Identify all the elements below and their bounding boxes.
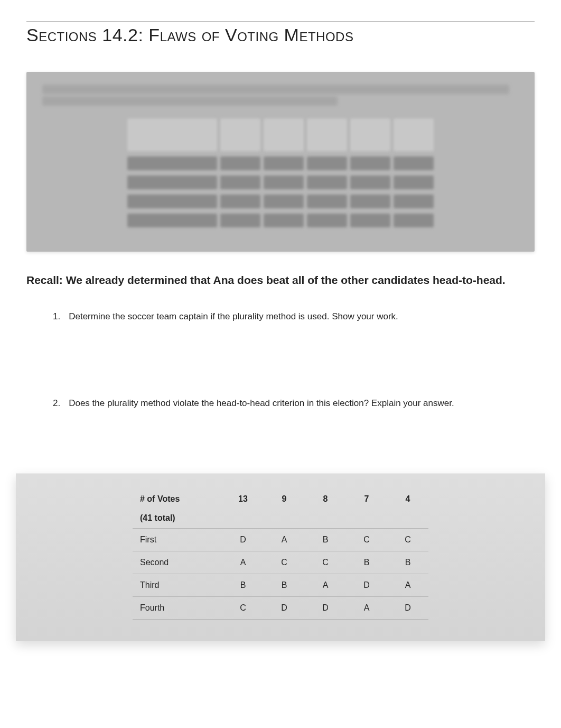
- blurred-cell: [394, 118, 434, 151]
- blurred-cell: [264, 156, 304, 170]
- blurred-cell: [307, 156, 347, 170]
- question-text: Does the plurality method violate the he…: [69, 397, 535, 410]
- header-total-label: (41 total): [140, 513, 175, 522]
- rank-value: B: [305, 528, 346, 551]
- preference-table: # of Votes (41 total) 13 9 8 7 4 First D…: [133, 489, 428, 620]
- blurred-cell: [307, 195, 347, 208]
- blurred-cell: [220, 156, 260, 170]
- rank-value: C: [387, 528, 428, 551]
- rank-value: D: [222, 528, 264, 551]
- blurred-cell: [394, 176, 434, 189]
- table-row: First D A B C C: [133, 528, 428, 551]
- question-number: 2.: [53, 397, 60, 410]
- blurred-cell: [350, 156, 390, 170]
- blurred-cell: [127, 156, 217, 170]
- rank-value: A: [387, 574, 428, 596]
- rank-value: B: [387, 551, 428, 574]
- rank-value: C: [264, 551, 305, 574]
- rank-value: A: [346, 596, 387, 619]
- blurred-cell: [350, 118, 390, 151]
- blurred-table: [127, 118, 434, 227]
- title-rule: [26, 21, 535, 22]
- page-title: Sections 14.2: Flaws of Voting Methods: [26, 25, 535, 45]
- header-vote-count: 7: [346, 489, 387, 529]
- rank-label: First: [133, 528, 222, 551]
- rank-value: C: [346, 528, 387, 551]
- rank-value: C: [222, 596, 264, 619]
- header-vote-count: 13: [222, 489, 264, 529]
- blurred-cell: [394, 156, 434, 170]
- blurred-preview-block: [26, 72, 535, 252]
- question-number: 1.: [53, 310, 60, 323]
- rank-value: D: [346, 574, 387, 596]
- rank-value: A: [305, 574, 346, 596]
- rank-value: D: [387, 596, 428, 619]
- blurred-cell: [127, 195, 217, 208]
- rank-label: Fourth: [133, 596, 222, 619]
- table-row: Second A C C B B: [133, 551, 428, 574]
- rank-value: A: [222, 551, 264, 574]
- blurred-cell: [307, 176, 347, 189]
- blurred-cell: [220, 176, 260, 189]
- header-vote-count: 9: [264, 489, 305, 529]
- question-1: 1. Determine the soccer team captain if …: [53, 310, 535, 323]
- question-text: Determine the soccer team captain if the…: [69, 310, 535, 323]
- rank-value: D: [305, 596, 346, 619]
- blurred-cell: [350, 195, 390, 208]
- question-2: 2. Does the plurality method violate the…: [53, 397, 535, 410]
- rank-value: B: [222, 574, 264, 596]
- blurred-cell: [220, 118, 260, 151]
- blurred-cell: [264, 118, 304, 151]
- blurred-cell: [394, 195, 434, 208]
- blurred-cell: [264, 176, 304, 189]
- rank-label: Second: [133, 551, 222, 574]
- header-vote-count: 8: [305, 489, 346, 529]
- rank-value: B: [264, 574, 305, 596]
- header-label: # of Votes (41 total): [133, 489, 222, 529]
- blurred-cell: [127, 176, 217, 189]
- blurred-line: [42, 85, 509, 94]
- table-header-row: # of Votes (41 total) 13 9 8 7 4: [133, 489, 428, 529]
- blurred-cell: [307, 118, 347, 151]
- questions-list: 1. Determine the soccer team captain if …: [26, 310, 535, 410]
- rank-value: B: [346, 551, 387, 574]
- table-row: Fourth C D D A D: [133, 596, 428, 619]
- blurred-cell: [127, 214, 217, 227]
- rank-label: Third: [133, 574, 222, 596]
- blurred-cell: [220, 195, 260, 208]
- blurred-cell: [350, 176, 390, 189]
- blurred-cell: [350, 214, 390, 227]
- rank-value: C: [305, 551, 346, 574]
- blurred-cell: [307, 214, 347, 227]
- blurred-cell: [127, 118, 217, 151]
- rank-value: A: [264, 528, 305, 551]
- table-row: Third B B A D A: [133, 574, 428, 596]
- blurred-cell: [220, 214, 260, 227]
- rank-value: D: [264, 596, 305, 619]
- header-vote-count: 4: [387, 489, 428, 529]
- blurred-cell: [264, 214, 304, 227]
- blurred-line: [42, 96, 338, 106]
- blurred-cell: [394, 214, 434, 227]
- recall-statement: Recall: We already determined that Ana d…: [26, 273, 535, 287]
- header-votes-label: # of Votes: [140, 494, 215, 504]
- blurred-cell: [264, 195, 304, 208]
- preference-table-block: # of Votes (41 total) 13 9 8 7 4 First D…: [16, 473, 545, 641]
